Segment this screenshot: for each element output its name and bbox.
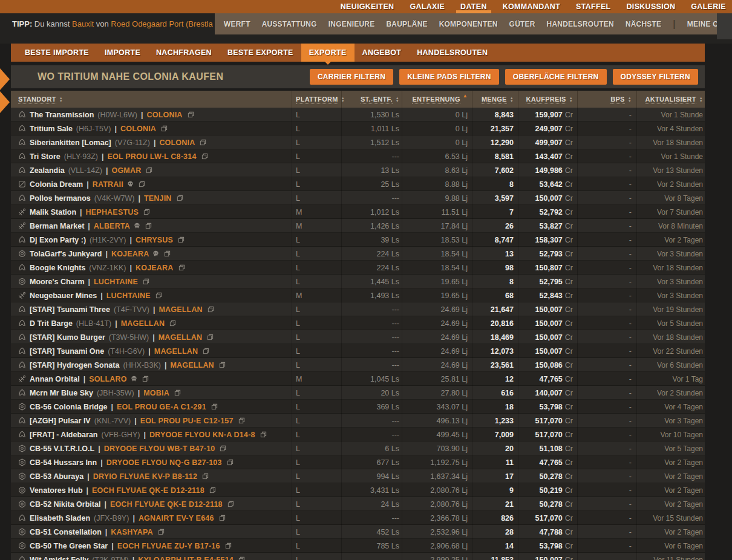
table-row[interactable]: Berman Market | ALBERTA M 1,426 Ls 17.84… <box>11 219 705 233</box>
system-link[interactable]: MOBIA <box>143 389 169 397</box>
scrollbar-thumb[interactable] <box>717 13 732 39</box>
top-nav-item-daten[interactable]: DATEN <box>460 0 487 13</box>
system-link[interactable]: CHRYSUS <box>136 236 173 244</box>
copy-icon[interactable] <box>238 417 245 424</box>
sub-nav-item-handelsrouten[interactable]: HANDELSROUTEN <box>547 20 614 28</box>
copy-icon[interactable] <box>143 209 150 215</box>
column-header-entfernung[interactable]: ENTFERNUNG▲ <box>402 91 472 108</box>
copy-icon[interactable] <box>158 529 165 535</box>
odyssey-filtern-button[interactable]: ODYSSEY FILTERN <box>613 69 698 85</box>
copy-icon[interactable] <box>177 195 183 201</box>
oberfl-che-filtern-button[interactable]: OBERFLÄCHE FILTERN <box>505 69 607 85</box>
copy-icon[interactable] <box>178 236 185 243</box>
station-name[interactable]: [STAR] Hydrogen Sonata <box>30 361 119 370</box>
station-name[interactable]: [STAR] Tsunami Three <box>30 305 110 314</box>
station-name[interactable]: Mcrn Mr Blue Sky <box>30 389 93 397</box>
copy-icon[interactable] <box>220 445 226 452</box>
table-row[interactable]: [FRAT] - Aldebaran (VFB-GHY) | DRYOOE FL… <box>11 428 705 441</box>
copy-icon[interactable] <box>227 459 234 466</box>
system-link[interactable]: ALBERTA <box>94 222 130 230</box>
station-name[interactable]: Pollos hermanos <box>30 194 91 203</box>
table-row[interactable]: Colonia Dream | RATRAII L 25 Ls 8.88 Lj … <box>11 177 705 191</box>
table-row[interactable]: Dj Exon Party :) (H1K-2VY) | CHRYSUS L 3… <box>11 233 705 247</box>
table-row[interactable]: Venatores Hub | EOCH FLYUAE QK-E D12-211… <box>11 483 705 497</box>
copy-icon[interactable] <box>155 292 162 299</box>
copy-icon[interactable] <box>142 376 149 382</box>
station-name[interactable]: CB-50 The Green Star <box>30 542 108 550</box>
station-name[interactable]: CB-55 V.I.T.R.I.O.L <box>30 444 94 453</box>
table-row[interactable]: Malik Station | HEPHAESTUS M 1,012 Ls 11… <box>11 205 705 219</box>
top-nav-item-neuigkeiten[interactable]: NEUIGKEITEN <box>341 0 394 13</box>
copy-icon[interactable] <box>146 167 152 174</box>
system-link[interactable]: MAGELLAN <box>121 319 165 328</box>
tab-handelsrouten[interactable]: HANDELSROUTEN <box>409 44 495 62</box>
sub-nav-item-g-ter[interactable]: GÜTER <box>509 20 535 28</box>
table-row[interactable]: Mcrn Mr Blue Sky (JBH-35W) | MOBIA L 20 … <box>11 386 705 400</box>
sub-nav-item-ingenieure[interactable]: INGENIEURE <box>328 20 375 28</box>
copy-icon[interactable] <box>219 515 226 521</box>
system-link[interactable]: EOCH FLYUAE QK-E D12-2118 <box>110 500 223 509</box>
table-row[interactable]: TolaGarf's Junkyard | KOJEARA L 224 Ls 1… <box>11 247 705 261</box>
column-header-bps[interactable]: BPS▲▼ <box>577 91 636 108</box>
table-row[interactable]: CB-53 Aburaya | DRYIO FLYUAE KV-P B8-112… <box>11 469 705 483</box>
copy-icon[interactable] <box>219 362 226 368</box>
system-link[interactable]: DRYOOE FLYOU KN-A D14-8 <box>149 431 255 439</box>
station-name[interactable]: [STAR] Tsunami One <box>30 347 104 356</box>
column-header-plattform[interactable]: PLATTFORM▲▼ <box>292 91 341 108</box>
system-link[interactable]: EOCH FLYUAE ZU-Y B17-16 <box>117 542 220 550</box>
system-link[interactable]: MAGELLAN <box>170 361 214 370</box>
table-row[interactable]: Tritium Sale (H6J-T5V) | COLONIA L 1,011… <box>11 122 705 135</box>
sub-nav-item-werft[interactable]: WERFT <box>224 20 250 28</box>
station-name[interactable]: [FRAT] - Aldebaran <box>30 431 98 439</box>
table-row[interactable]: Wit Amidst Folly (T2K-9TM) | KYLOARPH UT… <box>11 553 705 560</box>
system-link[interactable]: KYLOARPH UT-B E4-5514 <box>138 556 234 560</box>
system-link[interactable]: KASHYAPA <box>111 528 153 536</box>
top-nav-item-kommandant[interactable]: KOMMANDANT <box>503 0 560 13</box>
table-row[interactable]: Boogie Knights (VNZ-1KK) | KOJEARA L 224… <box>11 261 705 275</box>
station-name[interactable]: Colonia Dream <box>30 180 83 189</box>
station-name[interactable]: Moore's Charm <box>30 278 85 286</box>
station-name[interactable]: [AZGH] Pulsar IV <box>30 417 91 425</box>
system-link[interactable]: SOLLARO <box>89 375 127 383</box>
table-row[interactable]: [STAR] Tsunami One (T4H-G6V) | MAGELLAN … <box>11 344 705 358</box>
tab-nachfragen[interactable]: NACHFRAGEN <box>148 44 220 62</box>
sub-nav-item-komponenten[interactable]: KOMPONENTEN <box>439 20 498 28</box>
copy-icon[interactable] <box>200 139 206 146</box>
copy-icon[interactable] <box>164 250 171 257</box>
table-row[interactable]: Pollos hermanos (V4K-W7W) | TENJIN L ---… <box>11 191 705 205</box>
station-name[interactable]: The Transmission <box>30 111 94 119</box>
copy-icon[interactable] <box>238 556 245 560</box>
system-link[interactable]: OGMAR <box>111 166 141 175</box>
system-link[interactable]: LUCHTAINE <box>106 291 151 300</box>
station-name[interactable]: Siberiankitten [Lomac] <box>30 138 111 147</box>
copy-icon[interactable] <box>208 306 214 313</box>
table-row[interactable]: [STAR] Kumo Burger (T3W-5HW) | MAGELLAN … <box>11 330 705 344</box>
station-name[interactable]: CB-56 Colonia Bridge <box>30 403 108 411</box>
table-row[interactable]: Moore's Charm | LUCHTAINE L 1,445 Ls 19.… <box>11 275 705 288</box>
station-name[interactable]: CB-54 Hussars Inn <box>30 458 97 467</box>
table-row[interactable]: Neugebauer Mines | LUCHTAINE M 1,493 Ls … <box>11 288 705 302</box>
system-link[interactable]: MAGELLAN <box>154 347 198 356</box>
column-header-st-entf[interactable]: ST.-ENTF.▲▼ <box>341 91 402 108</box>
top-nav-item-diskussion[interactable]: DISKUSSION <box>627 0 676 13</box>
system-link[interactable]: TENJIN <box>144 194 172 203</box>
copy-icon[interactable] <box>161 125 168 132</box>
station-name[interactable]: Neugebauer Mines <box>30 291 97 300</box>
system-link[interactable]: EOL PROU PU-E C12-157 <box>140 417 234 425</box>
tip-commodity-link[interactable]: Bauxit <box>72 19 94 28</box>
system-link[interactable]: DRYOOE FLYOU WB-T B47-10 <box>104 444 215 453</box>
system-link[interactable]: COLONIA <box>120 125 156 133</box>
tab-importe[interactable]: IMPORTE <box>97 44 148 62</box>
sub-nav-item-ausstattung[interactable]: AUSSTATTUNG <box>262 20 317 28</box>
system-link[interactable]: MAGELLAN <box>158 305 202 314</box>
table-row[interactable]: Tri Store (HLY-93Z) | EOL PROU LW-L C8-3… <box>11 149 705 163</box>
system-link[interactable]: EOL PROU GE-A C1-291 <box>117 403 206 411</box>
table-row[interactable]: CB-52 Nikita Orbital | EOCH FLYUAE QK-E … <box>11 497 705 511</box>
tip-station-link[interactable]: Roed Odegaard Port (Brestla <box>111 19 212 28</box>
tab-beste-importe[interactable]: BESTE IMPORTE <box>17 44 97 62</box>
system-link[interactable]: DRYOOE FLYOU NQ-G B27-103 <box>106 458 222 467</box>
station-name[interactable]: Venatores Hub <box>30 486 83 495</box>
copy-icon[interactable] <box>143 278 149 285</box>
station-name[interactable]: Zealandia <box>30 166 65 175</box>
copy-icon[interactable] <box>260 431 267 438</box>
